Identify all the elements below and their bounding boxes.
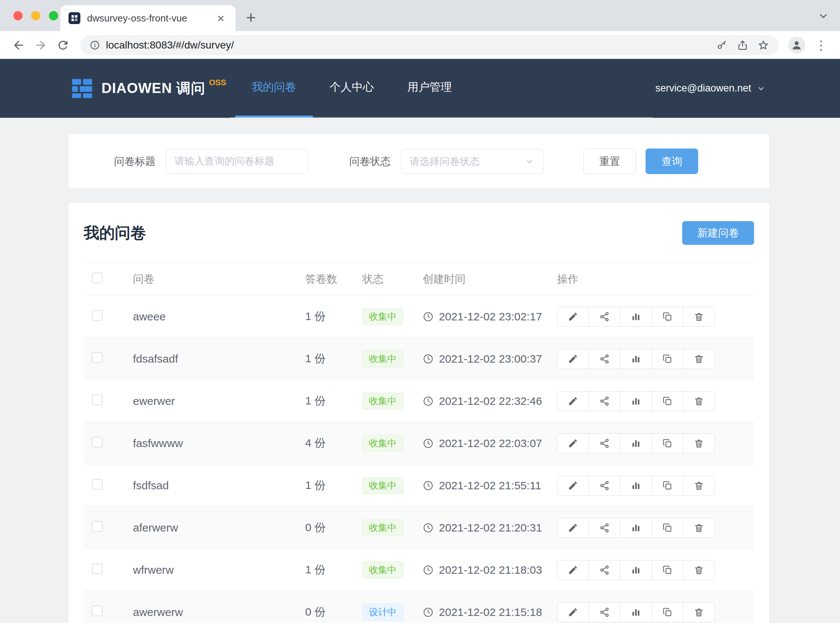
browser-tab[interactable]: dwsurvey-oss-front-vue × [60, 5, 236, 31]
edit-pencil-icon [568, 607, 578, 617]
edit-pencil-icon [568, 438, 578, 448]
table-row: ewerwer 1 份 收集中 2021-12-02 22:32:46 [84, 380, 754, 422]
back-icon[interactable] [10, 36, 28, 54]
stats-button[interactable] [620, 602, 652, 622]
clock-icon [423, 438, 434, 449]
stats-button[interactable] [620, 518, 652, 538]
trash-icon [694, 607, 704, 617]
new-tab-button[interactable]: + [246, 9, 256, 26]
copy-button[interactable] [651, 518, 683, 538]
delete-button[interactable] [683, 307, 715, 327]
edit-button[interactable] [557, 391, 589, 411]
row-checkbox[interactable] [92, 563, 103, 574]
edit-button[interactable] [557, 476, 589, 496]
table-header-row: 问卷 答卷数 状态 创建时间 操作 [84, 262, 754, 296]
edit-button[interactable] [557, 433, 589, 453]
profile-avatar-icon[interactable] [788, 37, 805, 54]
select-all-checkbox[interactable] [92, 273, 103, 283]
survey-status-label: 问卷状态 [349, 155, 391, 169]
brand[interactable]: DIAOWEN 调问 OSS [71, 77, 226, 100]
share-button[interactable] [589, 391, 620, 411]
row-checkbox[interactable] [92, 606, 103, 616]
stats-button[interactable] [620, 349, 652, 369]
reload-icon[interactable] [54, 36, 72, 54]
nav-item-personal-center[interactable]: 个人中心 [313, 59, 391, 118]
page-info-icon[interactable] [90, 40, 100, 51]
password-key-icon[interactable] [716, 40, 727, 51]
survey-name: wfrwerw [133, 564, 174, 576]
copy-button[interactable] [651, 476, 683, 496]
copy-button[interactable] [651, 602, 683, 622]
forward-icon[interactable] [32, 36, 50, 54]
stats-button[interactable] [620, 307, 652, 327]
delete-button[interactable] [683, 433, 715, 453]
delete-button[interactable] [683, 391, 715, 411]
bookmark-star-icon[interactable] [758, 40, 769, 51]
share-button[interactable] [589, 433, 620, 453]
stats-button[interactable] [620, 391, 652, 411]
copy-button[interactable] [651, 560, 683, 580]
edit-button[interactable] [557, 518, 589, 538]
created-time: 2021-12-02 21:18:03 [439, 564, 542, 576]
table-row: fasfwwww 4 份 收集中 2021-12-02 22:03:07 [84, 422, 754, 465]
row-actions [557, 602, 754, 622]
delete-button[interactable] [683, 560, 715, 580]
stats-button[interactable] [620, 560, 652, 580]
survey-title-input[interactable] [166, 149, 308, 174]
share-button[interactable] [589, 560, 620, 580]
bar-chart-icon [631, 396, 641, 406]
copy-button[interactable] [651, 391, 683, 411]
delete-button[interactable] [683, 518, 715, 538]
status-badge: 收集中 [362, 350, 403, 367]
stats-button[interactable] [620, 433, 652, 453]
row-checkbox[interactable] [92, 521, 103, 532]
nav-item-user-management[interactable]: 用户管理 [391, 59, 469, 118]
share-button[interactable] [589, 349, 620, 369]
row-checkbox[interactable] [92, 352, 103, 363]
query-button[interactable]: 查询 [645, 149, 698, 174]
bar-chart-icon [631, 565, 641, 575]
edit-button[interactable] [557, 307, 589, 327]
share-button[interactable] [589, 518, 620, 538]
copy-button[interactable] [651, 349, 683, 369]
close-window-button[interactable] [13, 11, 23, 20]
edit-button[interactable] [557, 349, 589, 369]
tab-search-chevron-icon[interactable] [817, 10, 829, 22]
copy-button[interactable] [651, 433, 683, 453]
delete-button[interactable] [683, 476, 715, 496]
copy-button[interactable] [651, 307, 683, 327]
delete-button[interactable] [683, 602, 715, 622]
select-chevron-down-icon [524, 156, 535, 167]
browser-menu-icon[interactable]: ⋮ [812, 38, 830, 52]
create-survey-button[interactable]: 新建问卷 [682, 221, 754, 245]
list-header: 我的问卷 新建问卷 [84, 203, 754, 262]
close-tab-icon[interactable]: × [214, 11, 227, 26]
minimize-window-button[interactable] [31, 11, 40, 20]
survey-status-select[interactable]: 请选择问卷状态 [401, 149, 543, 174]
share-button[interactable] [589, 602, 620, 622]
reset-button[interactable]: 重置 [583, 149, 636, 174]
row-checkbox[interactable] [92, 479, 103, 490]
share-nodes-icon [599, 565, 610, 575]
response-count: 1 份 [305, 352, 325, 364]
row-checkbox[interactable] [92, 437, 103, 447]
page-title: 我的问卷 [84, 222, 146, 243]
nav-item-my-surveys[interactable]: 我的问卷 [235, 59, 313, 118]
browser-window: dwsurvey-oss-front-vue × + localhost:808… [0, 0, 840, 623]
share-button[interactable] [589, 307, 620, 327]
row-checkbox[interactable] [92, 394, 103, 405]
share-page-icon[interactable] [737, 40, 748, 51]
edit-button[interactable] [557, 560, 589, 580]
created-time: 2021-12-02 21:20:31 [439, 522, 542, 534]
row-checkbox[interactable] [92, 310, 103, 321]
zoom-window-button[interactable] [49, 11, 58, 20]
url-text[interactable]: localhost:8083/#/dw/survey/ [106, 39, 716, 51]
stats-button[interactable] [620, 476, 652, 496]
share-button[interactable] [589, 476, 620, 496]
edit-button[interactable] [557, 602, 589, 622]
account-menu[interactable]: service@diaowen.net [655, 83, 766, 94]
url-bar[interactable]: localhost:8083/#/dw/survey/ [80, 35, 779, 55]
traffic-lights [13, 11, 58, 20]
row-actions [557, 391, 754, 411]
delete-button[interactable] [683, 349, 715, 369]
